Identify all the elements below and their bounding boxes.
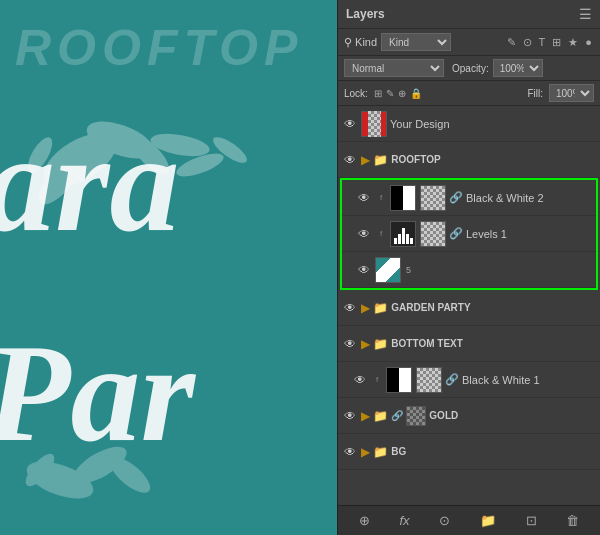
canvas: ROOFTOP ara Par bbox=[0, 0, 337, 535]
folder-icon: ▶ 📁 bbox=[361, 153, 388, 167]
folder-icon: ▶ 📁 bbox=[361, 301, 388, 315]
footer-link-icon[interactable]: ⊕ bbox=[355, 511, 374, 530]
layer-bottom-text[interactable]: 👁 ▶ 📁 BOTTOM TEXT bbox=[338, 326, 600, 362]
layer-thumb bbox=[406, 406, 426, 426]
layer-5[interactable]: 👁 5 bbox=[342, 252, 596, 288]
layer-thumb bbox=[386, 367, 412, 393]
chain-icon: 🔗 bbox=[445, 373, 459, 386]
layer-name: GARDEN PARTY bbox=[391, 302, 596, 313]
filter-icon-grid[interactable]: ⊞ bbox=[550, 35, 563, 50]
visibility-icon[interactable]: 👁 bbox=[342, 444, 358, 460]
opacity-label: Opacity: bbox=[452, 63, 489, 74]
layer-name: BG bbox=[391, 446, 596, 457]
blend-row: Normal Multiply Screen Opacity: 100% bbox=[338, 56, 600, 81]
filter-row: ⚲ Kind Kind ✎ ⊙ T ⊞ ★ ● bbox=[338, 29, 600, 56]
filter-icon-pencil[interactable]: ✎ bbox=[505, 35, 518, 50]
filter-icon-dot[interactable]: ● bbox=[583, 35, 594, 50]
layer-thumb bbox=[375, 257, 401, 283]
chain-icon: 🔗 bbox=[449, 227, 463, 240]
panel-footer: ⊕ fx ⊙ 📁 ⊡ 🗑 bbox=[338, 505, 600, 535]
opacity-select[interactable]: 100% bbox=[493, 59, 543, 77]
chain-icon: 🔗 bbox=[449, 191, 463, 204]
layer-name: Levels 1 bbox=[466, 228, 592, 240]
filter-icons: ✎ ⊙ T ⊞ ★ ● bbox=[505, 35, 594, 50]
layer-mask-thumb bbox=[420, 221, 446, 247]
layer-name: GOLD bbox=[429, 410, 596, 421]
lock-icon-paint[interactable]: ✎ bbox=[386, 88, 394, 99]
footer-page-icon[interactable]: ⊡ bbox=[522, 511, 541, 530]
layer-thumb bbox=[390, 221, 416, 247]
visibility-icon[interactable]: 👁 bbox=[356, 190, 372, 206]
layer-name: Black & White 2 bbox=[466, 192, 592, 204]
layer-black-white-1[interactable]: 👁 f 🔗 Black & White 1 bbox=[338, 362, 600, 398]
lock-row: Lock: ⊞ ✎ ⊕ 🔒 Fill: 100% bbox=[338, 81, 600, 106]
fx-icon: f bbox=[375, 192, 387, 204]
fx-icon: f bbox=[371, 374, 383, 386]
layer-number: 5 bbox=[406, 265, 411, 275]
folder-icon: ▶ 📁 bbox=[361, 445, 388, 459]
lock-label: Lock: bbox=[344, 88, 368, 99]
layer-gold[interactable]: 👁 ▶ 📁 🔗 GOLD bbox=[338, 398, 600, 434]
layer-name: Black & White 1 bbox=[462, 374, 596, 386]
filter-select[interactable]: Kind bbox=[381, 33, 451, 51]
layer-name: Your Design bbox=[390, 118, 596, 130]
visibility-icon[interactable]: 👁 bbox=[352, 372, 368, 388]
layer-name: ROOFTOP bbox=[391, 154, 596, 165]
svg-text:Par: Par bbox=[0, 315, 197, 470]
footer-trash-icon[interactable]: 🗑 bbox=[562, 511, 583, 530]
layer-rooftop-group[interactable]: 👁 ▶ 📁 ROOFTOP bbox=[338, 142, 600, 178]
panel-header: Layers ☰ bbox=[338, 0, 600, 29]
layer-levels-1[interactable]: 👁 f 🔗 Levels 1 bbox=[342, 216, 596, 252]
footer-folder-icon[interactable]: 📁 bbox=[476, 511, 500, 530]
svg-text:ROOFTOP: ROOFTOP bbox=[15, 20, 303, 76]
layers-panel: Layers ☰ ⚲ Kind Kind ✎ ⊙ T ⊞ ★ ● Normal … bbox=[337, 0, 600, 535]
footer-circle-icon[interactable]: ⊙ bbox=[435, 511, 454, 530]
layer-thumb bbox=[361, 111, 387, 137]
fill-label: Fill: bbox=[527, 88, 543, 99]
visibility-icon[interactable]: 👁 bbox=[342, 152, 358, 168]
lock-icon-move[interactable]: ⊕ bbox=[398, 88, 406, 99]
blend-mode-select[interactable]: Normal Multiply Screen bbox=[344, 59, 444, 77]
lock-icon-transparent[interactable]: ⊞ bbox=[374, 88, 382, 99]
layer-mask-thumb bbox=[416, 367, 442, 393]
visibility-icon[interactable]: 👁 bbox=[342, 336, 358, 352]
panel-title: Layers bbox=[346, 7, 385, 21]
layer-thumb bbox=[390, 185, 416, 211]
layer-your-design[interactable]: 👁 Your Design bbox=[338, 106, 600, 142]
chain-icon: 🔗 bbox=[391, 410, 403, 421]
layer-garden-party[interactable]: 👁 ▶ 📁 GARDEN PARTY bbox=[338, 290, 600, 326]
layers-list: 👁 Your Design 👁 ▶ 📁 ROOFTOP 👁 f 🔗 Black … bbox=[338, 106, 600, 505]
visibility-icon[interactable]: 👁 bbox=[342, 300, 358, 316]
fx-icon: f bbox=[375, 228, 387, 240]
folder-icon: ▶ 📁 bbox=[361, 337, 388, 351]
folder-icon: ▶ 📁 bbox=[361, 409, 388, 423]
visibility-icon[interactable]: 👁 bbox=[356, 226, 372, 242]
svg-text:ara: ara bbox=[0, 105, 179, 260]
layer-black-white-2[interactable]: 👁 f 🔗 Black & White 2 bbox=[342, 180, 596, 216]
visibility-icon[interactable]: 👁 bbox=[342, 408, 358, 424]
layer-bg[interactable]: 👁 ▶ 📁 BG bbox=[338, 434, 600, 470]
visibility-icon[interactable]: 👁 bbox=[356, 262, 372, 278]
lock-icons: ⊞ ✎ ⊕ 🔒 bbox=[374, 88, 422, 99]
filter-icon-text[interactable]: T bbox=[537, 35, 548, 50]
layer-mask-thumb bbox=[420, 185, 446, 211]
lock-icon-all[interactable]: 🔒 bbox=[410, 88, 422, 99]
filter-icon-star[interactable]: ★ bbox=[566, 35, 580, 50]
panel-menu-icon[interactable]: ☰ bbox=[579, 6, 592, 22]
filter-label: ⚲ Kind bbox=[344, 36, 377, 49]
layer-name: BOTTOM TEXT bbox=[391, 338, 596, 349]
visibility-icon[interactable]: 👁 bbox=[342, 116, 358, 132]
footer-fx-icon[interactable]: fx bbox=[395, 511, 413, 530]
fill-select[interactable]: 100% bbox=[549, 84, 594, 102]
filter-icon-circle[interactable]: ⊙ bbox=[521, 35, 534, 50]
